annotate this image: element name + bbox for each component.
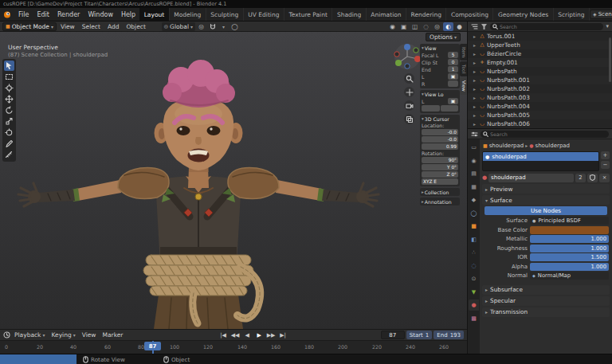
ior-slider[interactable]: 1.500 <box>530 253 609 261</box>
options-dropdown[interactable]: Options▾ <box>426 33 461 41</box>
tool-tweak[interactable] <box>4 72 14 82</box>
metallic-slider[interactable]: 1.000 <box>530 235 609 243</box>
outliner-item-nurbspath-001[interactable]: ▸◡NurbsPath.001 <box>468 76 612 84</box>
tab-output[interactable]: ▤ <box>469 168 479 179</box>
tool-select-box[interactable] <box>4 61 14 71</box>
play-reverse-button[interactable]: ◀ <box>242 331 252 339</box>
cursor-section-header[interactable]: ▾3D Cursor <box>422 115 458 122</box>
material-name-input[interactable] <box>491 174 571 181</box>
outliner-item-nurbspath[interactable]: ▸◡NurbsPath <box>468 67 612 76</box>
menu-file[interactable]: File <box>14 8 33 21</box>
workspace-tab-compositing[interactable]: Compositing <box>446 8 493 21</box>
add-material-slot-button[interactable]: + <box>601 151 610 159</box>
expand-icon[interactable]: ▸ <box>473 60 477 65</box>
timeline-ruler[interactable]: 0 20 40 60 80 100 120 140 160 180 200 22… <box>0 340 467 354</box>
expand-icon[interactable]: ▸ <box>473 42 477 48</box>
clip-end-field[interactable]: 1 <box>448 66 458 72</box>
lock-3d-cursor-checkbox[interactable] <box>422 105 440 112</box>
clip-start-field[interactable]: 0 <box>448 59 458 65</box>
current-frame-field[interactable]: 87 <box>381 331 405 339</box>
blender-logo-icon[interactable] <box>0 8 14 21</box>
remove-material-slot-button[interactable]: − <box>601 161 610 169</box>
timeline-editor-icon[interactable] <box>3 331 10 339</box>
outliner-item-beziercircle[interactable]: ▸◡BézierCircle <box>468 49 612 58</box>
snap-target-dropdown[interactable]: ▾ <box>218 22 229 31</box>
material-users-button[interactable]: 2 <box>575 174 586 182</box>
outliner-item-nurbspath-003[interactable]: ▸◡NurbsPath.003 <box>468 93 612 102</box>
render-region-checkbox[interactable] <box>448 80 458 87</box>
tab-material[interactable]: ● <box>469 299 479 311</box>
camera-view-icon[interactable] <box>404 100 414 111</box>
material-slot-active[interactable]: ● shoulderpad <box>483 152 598 161</box>
menu-object[interactable]: Object <box>123 23 148 30</box>
expand-icon[interactable]: ▸ <box>473 104 477 109</box>
zoom-icon[interactable] <box>404 73 414 84</box>
rotation-order-dropdown[interactable]: XYZ E <box>422 178 458 185</box>
next-keyframe-button[interactable]: ▶▶ <box>266 331 276 339</box>
outliner-search[interactable] <box>490 23 603 30</box>
outliner-item-nurbspath-005[interactable]: ▸◡NurbsPath.005 <box>468 111 612 119</box>
prev-keyframe-button[interactable]: ◀◀ <box>230 331 240 339</box>
menu-view[interactable]: View <box>57 23 78 30</box>
tab-world[interactable]: ◯ <box>469 208 479 219</box>
tab-physics[interactable]: ◌ <box>469 260 479 272</box>
surface-shader-dropdown[interactable]: ● Principled BSDF <box>530 217 609 225</box>
material-slot-list[interactable]: ● shoulderpad <box>482 151 599 171</box>
sidebar-tab-view[interactable]: View <box>460 77 467 95</box>
expand-icon[interactable]: ▸ <box>473 77 477 83</box>
expand-icon[interactable]: ▸ <box>473 86 477 92</box>
tab-modifiers[interactable]: ◧ <box>469 234 479 245</box>
focal-length-field[interactable]: 5 <box>448 52 458 58</box>
breadcrumb-object[interactable]: shoulderpad <box>489 143 524 149</box>
tool-scale[interactable] <box>4 116 14 127</box>
cursor-rotation-z[interactable]: Z 0° <box>422 171 458 178</box>
expand-icon[interactable]: ▸ <box>473 121 477 127</box>
transmission-section-header[interactable]: ▸Transmission <box>482 307 610 317</box>
roughness-slider[interactable]: 1.000 <box>530 245 609 252</box>
outliner-item-nurbspath-002[interactable]: ▸◡NurbsPath.002 <box>468 84 612 93</box>
shading-wireframe-icon[interactable]: ◌ <box>421 22 431 31</box>
expand-icon[interactable]: ▸ <box>473 51 477 57</box>
viewport-3d[interactable]: User Perspective (87) Scene Collection |… <box>0 32 467 329</box>
transform-pivot-icon[interactable]: ◎ <box>196 22 206 31</box>
tool-transform[interactable] <box>4 127 14 138</box>
specular-section-header[interactable]: ▸Specular <box>482 296 610 306</box>
tab-tool[interactable]: ▭ <box>469 142 479 153</box>
menu-window[interactable]: Window <box>84 8 117 21</box>
tab-scene[interactable]: ◆ <box>469 194 479 205</box>
lock-object-field[interactable]: ▣ <box>448 98 458 104</box>
tool-annotate[interactable] <box>4 139 14 149</box>
outliner-filter-icon[interactable]: ▾ <box>606 24 609 29</box>
local-camera-field[interactable]: ▣ <box>448 73 458 80</box>
workspace-tab-modeling[interactable]: Modeling <box>170 8 206 21</box>
unlink-material-button[interactable]: × <box>599 174 610 182</box>
snap-magnet-icon[interactable] <box>207 22 218 31</box>
cursor-location-y[interactable]: -0.0 <box>422 136 458 143</box>
properties-search[interactable] <box>481 131 609 138</box>
workspace-tab-sculpting[interactable]: Sculpting <box>206 8 244 21</box>
transform-orientation-dropdown[interactable]: ◎ Global ▾ <box>162 22 195 31</box>
frame-start-field[interactable]: Start1 <box>406 331 433 339</box>
cursor-location-z[interactable]: 0.99 <box>422 143 458 150</box>
proportional-edit-icon[interactable]: ◯ <box>230 22 240 31</box>
jump-to-end-button[interactable]: ▶| <box>278 331 288 339</box>
outliner-search-input[interactable] <box>500 24 601 29</box>
lock-camera-checkbox[interactable] <box>441 105 459 112</box>
playback-menu[interactable]: Playback▾ <box>12 331 47 339</box>
workspace-tab-rendering[interactable]: Rendering <box>406 8 446 21</box>
filter-funnel-icon[interactable] <box>481 23 488 30</box>
menu-edit[interactable]: Edit <box>33 8 53 21</box>
outliner-item-nurbspath-006[interactable]: ▸◡NurbsPath.006 <box>468 119 612 128</box>
workspace-tab-geometry-nodes[interactable]: Geometry Nodes <box>493 8 553 21</box>
tab-render[interactable]: ◉ <box>469 155 479 166</box>
preview-section-header[interactable]: ▸Preview <box>482 184 610 194</box>
outliner-scrollbar[interactable] <box>609 37 611 82</box>
properties-editor-icon[interactable] <box>471 131 478 138</box>
tab-texture[interactable]: ▩ <box>469 313 479 324</box>
view-section-header[interactable]: ▾View <box>422 45 458 51</box>
expand-icon[interactable]: ▸ <box>473 68 477 74</box>
outliner-editor-icon[interactable] <box>471 23 478 30</box>
tool-rotate[interactable] <box>4 105 14 115</box>
shading-material-icon[interactable]: ◐ <box>443 22 453 31</box>
menu-render[interactable]: Render <box>53 8 84 21</box>
